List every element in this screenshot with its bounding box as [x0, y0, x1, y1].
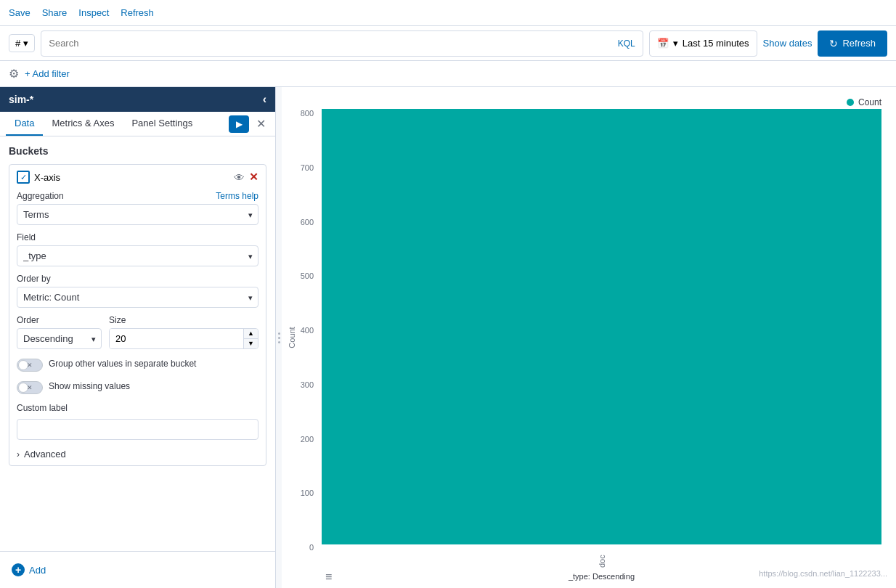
- y-tick-0: 0: [309, 543, 314, 552]
- order-field-group: Order Descending Ascending ▾: [17, 315, 102, 349]
- show-missing-toggle-row: ✕ Show missing values: [17, 380, 258, 394]
- buckets-section-title: Buckets: [9, 145, 266, 157]
- custom-label-input[interactable]: [17, 419, 258, 440]
- aggregation-label: Aggregation Terms help: [17, 191, 258, 201]
- y-tick-700: 700: [301, 163, 314, 172]
- toggle-x-icon: ✕: [27, 362, 33, 369]
- top-menu-bar: Save Share Inspect Refresh: [0, 0, 896, 26]
- main-content: sim-* ‹ Data Metrics & Axes Panel Settin…: [0, 87, 896, 588]
- add-plus-icon: +: [12, 563, 25, 576]
- share-link[interactable]: Share: [42, 7, 68, 18]
- add-btn-row: + Add: [0, 551, 275, 588]
- kql-badge: KQL: [618, 38, 635, 49]
- size-decrement-button[interactable]: ▼: [244, 339, 258, 348]
- custom-label-section: Custom label: [17, 403, 258, 440]
- chart-area: Count Count 0 100 200 300 400 500 600 70…: [282, 87, 896, 588]
- divider-dots: [278, 332, 280, 343]
- close-panel-button[interactable]: ✕: [252, 115, 269, 133]
- y-tick-500: 500: [301, 271, 314, 280]
- bucket-actions: 👁 ✕: [234, 171, 258, 184]
- size-spinners: ▲ ▼: [243, 329, 258, 348]
- refresh-button[interactable]: ↻ Refresh: [818, 30, 887, 57]
- tab-panel-settings[interactable]: Panel Settings: [123, 112, 201, 136]
- size-input-wrap: ▲ ▼: [109, 328, 258, 349]
- calendar-icon: 📅: [657, 38, 669, 49]
- search-input-wrap[interactable]: KQL: [41, 30, 643, 57]
- group-other-label: Group other values in separate bucket: [49, 358, 196, 370]
- field-label: Field: [17, 232, 258, 242]
- time-selector[interactable]: 📅 ▾ Last 15 minutes: [649, 30, 757, 57]
- field-select-wrap: _type _index _id ▾: [17, 245, 258, 266]
- add-button[interactable]: + Add: [9, 560, 49, 579]
- order-by-group: Order by Metric: Count Alphabetical ▾: [17, 274, 258, 308]
- search-bar: # ▾ KQL 📅 ▾ Last 15 minutes Show dates ↻…: [0, 26, 896, 61]
- legend-dot: [847, 99, 854, 106]
- toggle-track-missing: ✕: [17, 381, 43, 394]
- y-tick-300: 300: [301, 380, 314, 389]
- panel-header: sim-* ‹: [0, 87, 275, 112]
- hash-symbol: #: [15, 38, 20, 49]
- y-tick-400: 400: [301, 326, 314, 335]
- panel-tab-actions: ▶ ✕: [229, 115, 269, 133]
- panel-tabs: Data Metrics & Axes Panel Settings ▶ ✕: [0, 112, 275, 136]
- order-size-row: Order Descending Ascending ▾ Size: [17, 315, 258, 349]
- order-select-wrap: Descending Ascending ▾: [17, 328, 102, 349]
- search-input[interactable]: [49, 38, 618, 49]
- collapse-panel-button[interactable]: ‹: [263, 93, 266, 106]
- bucket-check-icon: ✓: [17, 171, 30, 184]
- bucket-item-header: ✓ X-axis 👁 ✕: [17, 171, 258, 184]
- tab-data[interactable]: Data: [6, 112, 43, 136]
- eye-icon[interactable]: 👁: [234, 171, 245, 184]
- order-select[interactable]: Descending Ascending: [17, 328, 102, 349]
- index-selector[interactable]: # ▾: [9, 34, 35, 52]
- add-button-label: Add: [29, 565, 46, 576]
- tab-metrics-axes[interactable]: Metrics & Axes: [43, 112, 123, 136]
- refresh-icon: ↻: [829, 38, 838, 49]
- aggregation-select[interactable]: Terms Date Histogram Histogram Range: [17, 204, 258, 225]
- show-missing-toggle[interactable]: ✕: [17, 381, 43, 394]
- save-link[interactable]: Save: [9, 7, 30, 18]
- chart-legend: Count: [847, 97, 881, 107]
- list-icon[interactable]: ≡: [325, 571, 332, 584]
- toggle-x-icon-missing: ✕: [27, 384, 33, 391]
- terms-help-link[interactable]: Terms help: [216, 191, 258, 201]
- show-dates-button[interactable]: Show dates: [763, 38, 812, 49]
- delete-bucket-icon[interactable]: ✕: [249, 171, 258, 184]
- watermark: https://blog.csdn.net/lian_1122233...: [759, 569, 887, 578]
- order-by-label: Order by: [17, 274, 258, 284]
- refresh-button-label: Refresh: [842, 38, 876, 49]
- divider-dot: [278, 341, 280, 343]
- time-range-label: Last 15 minutes: [683, 38, 749, 49]
- show-missing-label: Show missing values: [49, 380, 130, 393]
- add-filter-link[interactable]: + Add filter: [25, 68, 70, 79]
- refresh-link[interactable]: Refresh: [121, 7, 154, 18]
- order-label: Order: [17, 315, 102, 325]
- x-label-doc: doc: [598, 554, 606, 568]
- order-by-select-wrap: Metric: Count Alphabetical ▾: [17, 287, 258, 308]
- chevron-down-icon: ▾: [23, 38, 28, 49]
- size-increment-button[interactable]: ▲: [244, 329, 258, 339]
- field-select[interactable]: _type _index _id: [17, 245, 258, 266]
- group-other-toggle-row: ✕ Group other values in separate bucket: [17, 358, 258, 372]
- group-other-toggle[interactable]: ✕: [17, 359, 43, 372]
- bar-doc[interactable]: [322, 109, 881, 544]
- inspect-link[interactable]: Inspect: [78, 7, 109, 18]
- advanced-section[interactable]: › Advanced: [17, 449, 258, 460]
- panel-divider[interactable]: [276, 87, 282, 588]
- field-group: Field _type _index _id ▾: [17, 232, 258, 266]
- order-by-select[interactable]: Metric: Count Alphabetical: [17, 287, 258, 308]
- y-tick-800: 800: [301, 109, 314, 118]
- aggregation-group: Aggregation Terms help Terms Date Histog…: [17, 191, 258, 225]
- size-label: Size: [109, 315, 258, 325]
- legend-label: Count: [858, 97, 881, 107]
- aggregation-select-wrap: Terms Date Histogram Histogram Range ▾: [17, 204, 258, 225]
- size-input[interactable]: [110, 329, 243, 348]
- play-button[interactable]: ▶: [229, 115, 249, 133]
- y-tick-100: 100: [301, 489, 314, 497]
- chevron-right-icon: ›: [17, 449, 20, 460]
- left-panel: sim-* ‹ Data Metrics & Axes Panel Settin…: [0, 87, 276, 588]
- divider-dot: [278, 337, 280, 339]
- panel-content: Buckets ✓ X-axis 👁 ✕ Aggregation: [0, 136, 275, 551]
- gear-icon[interactable]: ⚙: [9, 67, 19, 81]
- custom-label-label: Custom label: [17, 403, 258, 413]
